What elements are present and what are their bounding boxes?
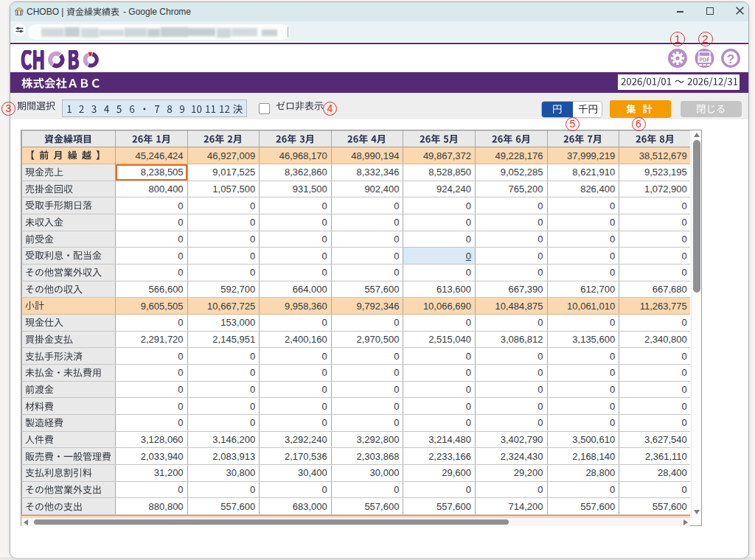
- svg-text:?: ?: [726, 52, 734, 66]
